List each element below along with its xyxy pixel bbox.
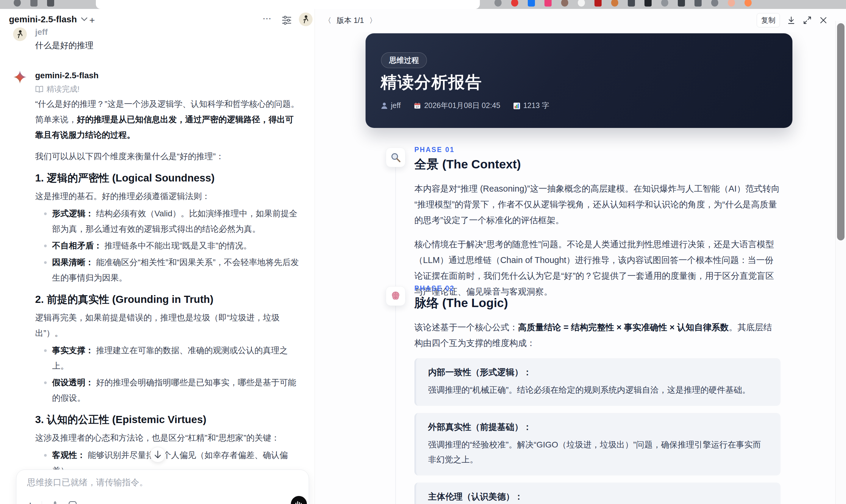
browser-chrome	[0, 0, 846, 9]
report-word-count: 1213 字	[523, 101, 549, 110]
extension-icon[interactable]	[578, 0, 585, 6]
extension-icon[interactable]	[47, 0, 54, 6]
extension-icon[interactable]	[528, 0, 535, 6]
phase-title: 全景 (The Context)	[415, 156, 780, 173]
section-title: 2. 前提的真实性 (Grounding in Truth)	[35, 293, 300, 306]
section-title: 1. 逻辑的严密性 (Logical Soundness)	[35, 172, 300, 184]
chat-panel: gemini-2.5-flash + ⋯	[0, 9, 315, 504]
voice-input-button[interactable]	[291, 496, 307, 504]
dimension-card: 外部真实性（前提基础）： 强调推理的“经验校准”。解决“GIGO（垃圾进，垃圾出…	[415, 413, 780, 475]
list-item: 不自相矛盾： 推理链条中不能出现“既是又非”的情况。	[35, 238, 300, 253]
extension-icon[interactable]	[611, 0, 618, 6]
report-meta: jeff 17 2026年01月08日 02:45 1213 字	[381, 101, 549, 110]
user-message-text: 什么是好的推理	[35, 40, 93, 51]
divider	[42, 501, 42, 504]
card-title: 内部一致性（形式逻辑）：	[428, 366, 769, 378]
assistant-intro: “什么是好的推理？”这是一个涉及逻辑学、认知科学和哲学核心的问题。简单来说，好的…	[35, 96, 300, 143]
search-icon	[390, 152, 401, 163]
dimension-card: 内部一致性（形式逻辑）： 强调推理的“机械正确”。结论必须在给定的规则系统内逻辑…	[415, 358, 780, 406]
phase-2-icon-box	[386, 286, 405, 306]
report-datetime: 2026年01月08日 02:45	[424, 101, 500, 110]
scrollbar-thumb[interactable]	[837, 23, 845, 240]
report-hero-card: 思维过程 精读分析报告 jeff 17 2026年01月08日 02:45	[366, 33, 792, 128]
report-title: 精读分析报告	[381, 71, 482, 93]
composer-toolbar: +	[27, 501, 77, 504]
extension-icon[interactable]	[544, 0, 551, 6]
bullet-list: 事实支撑： 推理建立在可靠的数据、准确的观测或公认的真理之上。 假设透明： 好的…	[35, 343, 300, 406]
dimension-cards: 内部一致性（形式逻辑）： 强调推理的“机械正确”。结论必须在给定的规则系统内逻辑…	[415, 358, 780, 504]
panel-scrollbar[interactable]	[835, 21, 846, 504]
calendar-icon: 17	[414, 102, 421, 109]
list-item: 因果清晰： 能准确区分“相关性”和“因果关系”，不会轻率地将先后发生的事情归为因…	[35, 255, 300, 286]
bar-chart-icon	[513, 102, 520, 109]
person-icon	[381, 102, 388, 109]
extension-icon[interactable]	[30, 0, 37, 6]
extension-icon[interactable]	[14, 0, 21, 6]
svg-text:17: 17	[416, 105, 419, 108]
chevron-down-icon	[81, 17, 88, 21]
extension-icon[interactable]	[511, 0, 518, 6]
extension-icon[interactable]	[645, 0, 652, 6]
waveform-icon	[295, 500, 303, 504]
arrow-down-icon	[154, 450, 162, 459]
close-icon[interactable]	[818, 16, 828, 25]
phase-timeline-line	[395, 149, 396, 504]
thinking-process-badge: 思维过程	[381, 52, 427, 68]
list-item: 假设透明： 好的推理会明确指明哪些是已知事实，哪些是基于可能的假设。	[35, 375, 300, 406]
extension-icon[interactable]	[628, 0, 635, 6]
copy-button[interactable]: 复制	[757, 13, 780, 28]
viewer-topbar: 〈 版本 1/1 〉 复制	[315, 9, 846, 32]
section-desc: 这是推理的基石。好的推理必须遵循逻辑法则：	[35, 188, 300, 204]
report-document: 思维过程 精读分析报告 jeff 17 2026年01月08日 02:45	[315, 9, 835, 504]
gemini-star-icon	[13, 70, 27, 84]
phase-label: PHASE 02	[415, 284, 780, 292]
extension-icon[interactable]	[678, 0, 685, 6]
bullet-list: 形式逻辑： 结构必须有效（Valid）。比如演绎推理中，如果前提全部为真，那么通…	[35, 206, 300, 286]
phase-title: 脉络 (The Logic)	[415, 295, 780, 311]
assistant-status: 精读完成!	[35, 84, 80, 94]
extension-icon[interactable]	[711, 0, 718, 6]
card-title: 外部真实性（前提基础）：	[428, 421, 769, 433]
document-viewer-panel: 〈 版本 1/1 〉 复制	[315, 9, 846, 504]
previous-version-button[interactable]: 〈	[323, 16, 332, 25]
next-version-button[interactable]: 〉	[369, 16, 377, 25]
phase-1-icon-box	[386, 148, 405, 167]
scroll-to-bottom-button[interactable]	[150, 447, 165, 462]
user-avatar	[13, 28, 27, 41]
list-item: 事实支撑： 推理建立在可靠的数据、准确的观测或公认的真理之上。	[35, 343, 300, 374]
phase-paragraph: 本内容是对“推理 (Reasoning)”这一抽象概念的高层建模。在知识爆炸与人…	[415, 181, 780, 228]
attach-plus-button[interactable]: +	[27, 501, 33, 504]
extension-icon[interactable]	[744, 0, 752, 6]
report-author: jeff	[391, 101, 401, 110]
assistant-status-text: 精读完成!	[47, 84, 80, 94]
extension-icon[interactable]	[595, 0, 602, 6]
brain-icon	[390, 291, 401, 301]
extension-icon[interactable]	[494, 0, 501, 6]
model-selector[interactable]: gemini-2.5-flash	[9, 14, 88, 24]
more-options-button[interactable]: ⋯	[263, 13, 272, 23]
assistant-message-body: “什么是好的推理？”这是一个涉及逻辑学、认知科学和哲学核心的问题。简单来说，好的…	[35, 96, 300, 504]
new-chat-button[interactable]: +	[89, 15, 95, 26]
viewer-actions: 复制	[757, 13, 828, 28]
book-icon	[35, 86, 43, 93]
version-label: 版本 1/1	[337, 16, 364, 25]
bookmark-icon[interactable]	[68, 501, 77, 504]
card-title: 主体伦理（认识美德）：	[428, 491, 769, 503]
extension-icon[interactable]	[694, 0, 702, 6]
extension-icon[interactable]	[728, 0, 735, 6]
section-desc: 这涉及推理者的心态和方法论，也是区分“杠精”和“思想家”的关键：	[35, 430, 300, 446]
tune-settings-icon[interactable]	[282, 16, 292, 25]
sparkle-tools-icon[interactable]	[50, 501, 60, 504]
chat-input[interactable]	[27, 478, 271, 487]
extension-icon[interactable]	[661, 0, 668, 6]
card-body: 强调推理的“机械正确”。结论必须在给定的规则系统内逻辑自洽，这是推理的硬件基础。	[428, 383, 769, 397]
expand-icon[interactable]	[803, 16, 812, 25]
assistant-lead: 我们可以从以下四个维度来衡量什么是“好的推理”：	[35, 149, 300, 164]
download-icon[interactable]	[787, 16, 796, 25]
browser-address-bar[interactable]	[96, 0, 480, 9]
user-avatar[interactable]	[299, 13, 313, 26]
phase-2-section: PHASE 02 脉络 (The Logic) 该论述基于一个核心公式：高质量结…	[415, 284, 780, 504]
section-desc: 逻辑再完美，如果前提是错误的，推理也是垃圾（即“垃圾进，垃圾出”）。	[35, 310, 300, 341]
dimension-card: 主体伦理（认识美德）： 转向推理者的心理特征。引入奥卡姆剃刀和反向论证，旨在克服…	[415, 483, 780, 504]
extension-icon[interactable]	[561, 0, 568, 6]
